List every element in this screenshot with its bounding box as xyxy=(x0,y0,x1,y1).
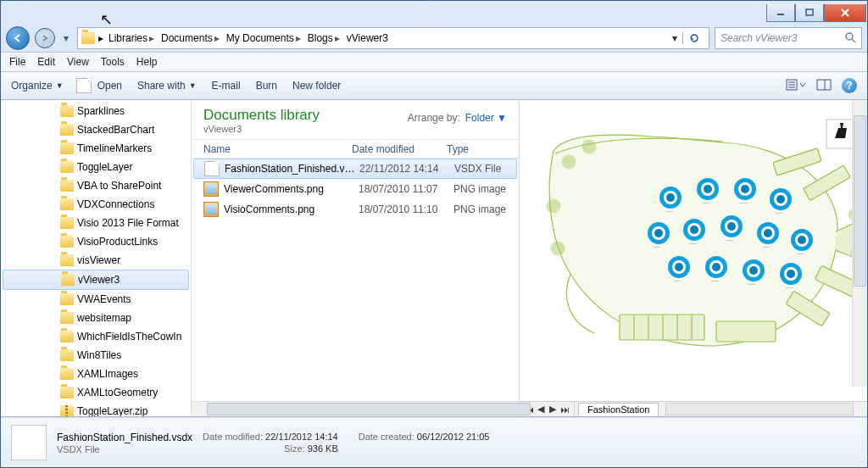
tree-item[interactable]: VDXConnections xyxy=(1,195,191,214)
page-prev-button[interactable]: ◀ xyxy=(535,404,547,415)
burn-button[interactable]: Burn xyxy=(256,80,277,92)
newfolder-button[interactable]: New folder xyxy=(292,80,341,92)
menu-view[interactable]: View xyxy=(67,56,89,68)
visio-drawing: ──────────── ─────────────── ───────────… xyxy=(520,100,867,401)
column-name[interactable]: Name xyxy=(203,143,352,155)
breadcrumb[interactable]: Libraries▸ xyxy=(107,32,156,44)
help-button[interactable]: ? xyxy=(842,78,857,93)
maximize-button[interactable] xyxy=(795,4,824,22)
tree-item[interactable]: visViewer xyxy=(1,251,191,270)
tree-item[interactable]: XAMLtoGeometry xyxy=(1,383,191,402)
tree-item[interactable]: Visio 2013 File Format xyxy=(1,214,191,232)
navigation-tree[interactable]: SparklinesStackedBarChartTimelineMarkers… xyxy=(1,100,192,416)
file-date: 22/11/2012 14:14 xyxy=(359,163,454,175)
tree-item[interactable]: StackedBarChart xyxy=(1,120,191,139)
address-bar[interactable]: ▸ Libraries▸ Documents▸ My Documents▸ Bl… xyxy=(77,27,709,49)
menu-tools[interactable]: Tools xyxy=(101,56,125,68)
svg-text:───: ─── xyxy=(726,238,734,242)
folder-icon xyxy=(60,236,74,248)
file-row[interactable]: VisioComments.png18/07/2010 11:10PNG ima… xyxy=(192,199,519,220)
tree-item-label: Sparklines xyxy=(77,105,125,117)
breadcrumb[interactable]: Blogs▸ xyxy=(306,32,342,44)
tree-item[interactable]: ToggleLayer xyxy=(1,158,191,176)
svg-text:───: ─── xyxy=(688,242,697,246)
toolbar: Organize▼ Open Share with▼ E-mail Burn N… xyxy=(1,72,867,100)
tree-item[interactable]: ToggleLayer.zip xyxy=(1,402,191,416)
tree-item[interactable]: Win8Tiles xyxy=(1,346,191,365)
svg-point-64 xyxy=(749,266,758,275)
refresh-button[interactable] xyxy=(682,32,705,44)
open-button[interactable]: Open xyxy=(79,78,122,93)
forward-button[interactable] xyxy=(35,28,55,48)
column-modified[interactable]: Date modified xyxy=(352,143,447,155)
tree-item-label: vViewer3 xyxy=(78,274,120,286)
recent-dropdown[interactable]: ▾ xyxy=(60,29,72,47)
menu-edit[interactable]: Edit xyxy=(37,56,55,68)
tree-item-label: ToggleLayer.zip xyxy=(77,405,147,416)
preview-pane: ──────────── ─────────────── ───────────… xyxy=(519,100,867,416)
minimize-button[interactable] xyxy=(766,4,795,22)
breadcrumb[interactable]: vViewer3 xyxy=(345,32,390,44)
file-date: 18/07/2010 11:07 xyxy=(359,183,453,195)
navigation-row: ▾ ▸ Libraries▸ Documents▸ My Documents▸ … xyxy=(1,25,867,52)
tree-item-label: TimelineMarkers xyxy=(77,142,152,154)
horizontal-scrollbar[interactable] xyxy=(192,401,519,416)
arrange-dropdown[interactable]: Folder ▼ xyxy=(465,112,507,124)
menu-help[interactable]: Help xyxy=(136,56,158,68)
folder-icon xyxy=(60,198,74,210)
file-rows: FashionStation_Finished.vsdx22/11/2012 1… xyxy=(192,159,519,401)
tree-item[interactable]: WhichFieldIsTheCowIn xyxy=(1,327,191,346)
folder-icon xyxy=(60,180,74,192)
tree-item[interactable]: XAMLImages xyxy=(1,365,191,383)
close-button[interactable] xyxy=(824,4,866,22)
svg-point-43 xyxy=(654,229,663,237)
tree-item-label: websitemap xyxy=(77,312,131,324)
tree-item[interactable]: VBA to SharePoint xyxy=(1,176,191,195)
preview-pane-button[interactable] xyxy=(816,79,832,93)
tree-item[interactable]: websitemap xyxy=(1,309,191,327)
svg-text:───: ─── xyxy=(762,245,771,249)
column-headers[interactable]: Name Date modified Type xyxy=(192,140,519,159)
arrange-label: Arrange by: xyxy=(408,112,460,124)
tree-item-label: VWAEvents xyxy=(77,293,131,305)
file-type: PNG image xyxy=(453,183,506,195)
back-button[interactable] xyxy=(6,26,30,50)
breadcrumb[interactable]: Documents▸ xyxy=(159,32,221,44)
address-dropdown[interactable]: ▾ xyxy=(672,32,677,44)
file-row[interactable]: ViewerComments.png18/07/2010 11:07PNG im… xyxy=(192,179,519,199)
svg-point-24 xyxy=(582,140,596,153)
tree-item-label: Visio 2013 File Format xyxy=(77,217,179,229)
folder-icon xyxy=(60,312,74,324)
details-thumbnail xyxy=(11,425,47,460)
tree-item[interactable]: TimelineMarkers xyxy=(1,139,191,158)
page-next-button[interactable]: ▶ xyxy=(547,404,559,415)
preview-tab[interactable]: FashionStation xyxy=(578,403,659,416)
tree-item[interactable]: vViewer3 xyxy=(3,270,189,290)
view-options-button[interactable] xyxy=(786,78,806,94)
menu-file[interactable]: File xyxy=(9,56,25,68)
folder-icon xyxy=(60,368,74,380)
file-row[interactable]: FashionStation_Finished.vsdx22/11/2012 1… xyxy=(193,159,517,179)
tree-item[interactable]: Sparklines xyxy=(1,102,191,120)
tree-item-label: StackedBarChart xyxy=(77,124,154,136)
share-button[interactable]: Share with▼ xyxy=(137,80,197,92)
svg-point-52 xyxy=(764,229,772,237)
file-name: VisioComments.png xyxy=(224,203,359,215)
organize-button[interactable]: Organize▼ xyxy=(11,80,64,92)
preview-canvas[interactable]: ──────────── ─────────────── ───────────… xyxy=(520,100,867,401)
tree-item[interactable]: VisioProductLinks xyxy=(1,232,191,251)
breadcrumb[interactable]: My Documents▸ xyxy=(225,32,303,44)
preview-horizontal-scrollbar[interactable] xyxy=(665,403,854,415)
preview-vertical-scrollbar[interactable] xyxy=(852,100,867,387)
tree-item-label: VisioProductLinks xyxy=(77,236,158,248)
page-last-button[interactable]: ⏭ xyxy=(559,404,570,415)
file-type: VSDX File xyxy=(454,163,501,175)
search-input[interactable]: Search vViewer3 xyxy=(715,27,862,49)
email-button[interactable]: E-mail xyxy=(212,80,241,92)
column-type[interactable]: Type xyxy=(447,143,507,155)
library-title: Documents library xyxy=(203,107,320,124)
svg-point-67 xyxy=(787,270,795,278)
tree-item[interactable]: VWAEvents xyxy=(1,290,191,309)
svg-text:───: ─── xyxy=(673,279,682,283)
image-icon xyxy=(203,202,219,217)
